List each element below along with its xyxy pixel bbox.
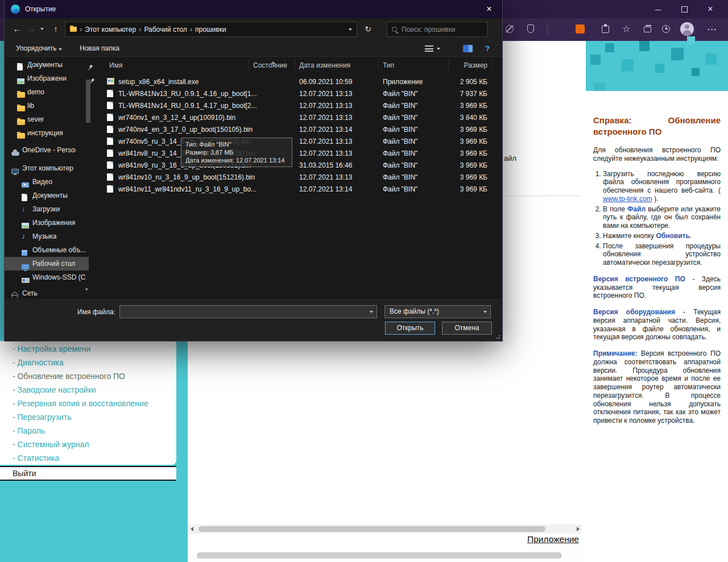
address-bar[interactable]: › Этот компьютер › Рабочий стол › прошив… bbox=[65, 22, 357, 37]
menu-item-diagnostics[interactable]: - Диагностика bbox=[0, 356, 176, 369]
search-input[interactable] bbox=[402, 26, 475, 34]
sidebar-scrollbar-thumb[interactable] bbox=[86, 80, 90, 123]
sidebar-item-network[interactable]: Сеть bbox=[5, 286, 89, 298]
sidebar-item-downloads[interactable]: ↓Загрузки bbox=[5, 202, 89, 216]
tracking-shield-icon[interactable] bbox=[527, 24, 534, 33]
nav-history-caret-icon[interactable] bbox=[40, 28, 44, 30]
site-permissions-icon[interactable] bbox=[506, 25, 514, 33]
file-row[interactable]: wr841nv9_ru_3_16_9_up_boot(150331).bin31… bbox=[100, 160, 492, 172]
profile-avatar[interactable] bbox=[680, 22, 694, 36]
new-folder-button[interactable]: Новая папка bbox=[80, 41, 119, 56]
tp-link-site-link[interactable]: www.tp-link.com bbox=[603, 195, 652, 203]
column-header-status[interactable]: Состояние bbox=[253, 61, 287, 69]
column-separator[interactable] bbox=[295, 60, 295, 71]
view-list-icon[interactable] bbox=[425, 45, 433, 52]
menu-item-time-settings[interactable]: - Настройка времени bbox=[0, 342, 176, 356]
sidebar-item-3d-objects[interactable]: Объемные объ... bbox=[5, 243, 89, 257]
appendix-link[interactable]: Приложение bbox=[471, 534, 579, 544]
column-separator[interactable] bbox=[492, 60, 493, 71]
breadcrumb-firmware-folder[interactable]: прошивки bbox=[195, 26, 226, 34]
decor-square bbox=[639, 41, 650, 51]
forward-button[interactable]: → bbox=[25, 23, 39, 35]
sidebar-item-instrukciya[interactable]: инструкция bbox=[5, 126, 89, 140]
file-row[interactable]: wr740nv1_en_3_12_4_up(100910).bin12.07.2… bbox=[100, 112, 492, 124]
page-hscrollbar-thumb[interactable] bbox=[197, 552, 562, 559]
sidebar-item-music[interactable]: ♪Музыка bbox=[5, 230, 89, 243]
scroll-right-icon[interactable] bbox=[577, 527, 580, 531]
minimize-icon[interactable] bbox=[645, 0, 671, 18]
column-separator[interactable] bbox=[448, 60, 449, 71]
edge-logo-icon bbox=[11, 5, 20, 14]
sidebar-item-documents-pinned[interactable]: Документы bbox=[5, 58, 89, 72]
column-header-type[interactable]: Тип bbox=[383, 61, 394, 69]
search-box[interactable] bbox=[387, 22, 487, 37]
breadcrumb-this-pc[interactable]: Этот компьютер bbox=[85, 26, 136, 34]
maximize-icon[interactable] bbox=[671, 0, 697, 18]
refresh-icon[interactable]: ↻ bbox=[362, 23, 374, 35]
file-row[interactable]: wr740nv4_en_3_17_0_up_boot(150105).bin12… bbox=[100, 124, 492, 136]
hscrollbar-thumb[interactable] bbox=[198, 526, 545, 532]
column-header-name[interactable]: Имя bbox=[109, 61, 122, 69]
extension-orange-icon[interactable] bbox=[576, 24, 585, 34]
menu-item-system-log[interactable]: - Системный журнал bbox=[0, 438, 176, 451]
column-separator[interactable] bbox=[378, 60, 379, 71]
window-close-icon[interactable]: × bbox=[697, 0, 723, 18]
sidebar-item-onedrive[interactable]: OneDrive - Person bbox=[5, 143, 89, 157]
filename-combobox[interactable] bbox=[119, 305, 377, 318]
menu-item-statistics[interactable]: - Статистика bbox=[0, 451, 176, 465]
cancel-button[interactable]: Отмена bbox=[442, 322, 492, 335]
column-separator[interactable] bbox=[249, 60, 249, 71]
history-clock-icon[interactable] bbox=[662, 25, 670, 33]
scroll-left-icon[interactable] bbox=[191, 527, 193, 531]
extensions-puzzle-icon[interactable] bbox=[602, 26, 609, 33]
collections-icon[interactable] bbox=[644, 27, 651, 32]
file-row[interactable]: wr841nv8_ru_3_14_20_up_boot(140228).bin1… bbox=[100, 148, 492, 160]
close-icon[interactable]: × bbox=[476, 0, 502, 18]
file-row[interactable]: setup_x86_x64_install.exe06.09.2021 10:5… bbox=[100, 76, 492, 88]
content-hscrollbar[interactable] bbox=[188, 524, 582, 534]
menu-item-factory-defaults[interactable]: - Заводские настройки bbox=[0, 383, 176, 397]
sidebar-item-pictures[interactable]: Изображения bbox=[5, 216, 89, 230]
up-button[interactable]: ↑ bbox=[49, 23, 63, 35]
column-header-modified[interactable]: Дата изменения bbox=[299, 61, 350, 69]
resize-grip-icon[interactable] bbox=[495, 334, 500, 339]
file-row[interactable]: wr740nv5_ru_3_14_0_up_boot(150114).bin12… bbox=[100, 136, 492, 148]
file-row[interactable]: wr841nv11_wr841ndv11_ru_3_16_9_up_bo...1… bbox=[100, 184, 492, 195]
back-button[interactable]: ← bbox=[10, 23, 24, 35]
sidebar-item-sever[interactable]: sever bbox=[5, 113, 89, 126]
file-row[interactable]: wr841nv10_ru_3_16_9_up_boot(151216).bin1… bbox=[100, 172, 492, 184]
sidebar-item-desktop[interactable]: Рабочий стол bbox=[5, 257, 89, 270]
filetype-select[interactable]: Все файлы (*.*) bbox=[384, 305, 491, 318]
view-dropdown-caret-icon[interactable] bbox=[437, 48, 440, 50]
column-header-size[interactable]: Размер bbox=[448, 61, 487, 69]
open-button[interactable]: Открыть bbox=[385, 322, 435, 335]
help-step: Нажмите кнопку Обновить. bbox=[603, 232, 721, 240]
sidebar-item-pictures-pinned[interactable]: Изображени bbox=[5, 72, 89, 85]
help-icon[interactable]: ? bbox=[485, 41, 490, 56]
menu-item-password[interactable]: - Пароль bbox=[0, 424, 176, 438]
menu-item-firmware-upgrade[interactable]: - Обновление встроенного ПО bbox=[0, 369, 176, 383]
sidebar-item-demo[interactable]: demo bbox=[5, 85, 89, 99]
address-dropdown-caret-icon[interactable] bbox=[349, 28, 352, 31]
bin-file-icon bbox=[107, 102, 113, 109]
filename-input[interactable] bbox=[122, 306, 361, 317]
more-menu-icon[interactable]: ··· bbox=[708, 25, 717, 34]
page-hscrollbar[interactable] bbox=[188, 549, 586, 562]
favorites-star-icon[interactable]: ☆ bbox=[622, 24, 630, 34]
dropdown-caret-icon[interactable] bbox=[483, 311, 487, 313]
menu-item-reboot[interactable]: - Перезагрузить bbox=[0, 410, 176, 424]
sidebar-item-video[interactable]: Видео bbox=[5, 175, 89, 189]
preview-pane-icon[interactable] bbox=[463, 45, 473, 52]
sidebar-item-lib[interactable]: lib bbox=[5, 99, 89, 113]
sidebar-item-this-pc[interactable]: Этот компьютер bbox=[5, 161, 89, 175]
file-row[interactable]: TL-WR841Nv14_RU_0.9.1_4.17_up_boot[2...1… bbox=[100, 100, 492, 112]
sidebar-item-documents[interactable]: Документы bbox=[5, 189, 89, 202]
breadcrumb-desktop[interactable]: Рабочий стол bbox=[144, 26, 187, 34]
file-row[interactable]: TL-WR841Nv13_RU_0.9.1_4.16_up_boot[1...1… bbox=[100, 88, 492, 100]
menu-item-backup-restore[interactable]: - Резервная копия и восстановление bbox=[0, 397, 176, 410]
sidebar-item-windows-ssd[interactable]: Windows-SSD (C:) bbox=[5, 270, 89, 284]
scroll-down-icon[interactable]: ▾ bbox=[85, 286, 88, 292]
dropdown-caret-icon[interactable] bbox=[370, 311, 373, 313]
menu-item-logout[interactable]: Выйти bbox=[0, 466, 176, 481]
organize-button[interactable]: Упорядочить bbox=[16, 41, 62, 56]
